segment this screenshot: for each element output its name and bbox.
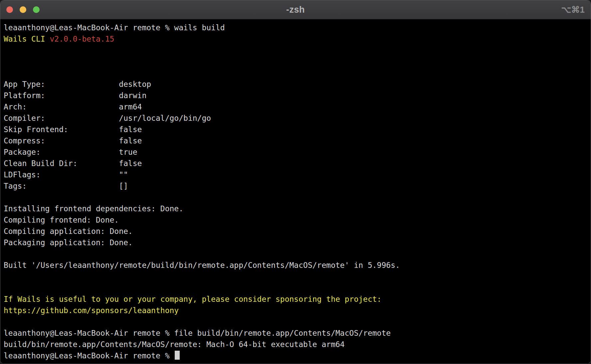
terminal-text: Wails CLI — [4, 35, 50, 43]
terminal-line — [4, 67, 587, 79]
traffic-lights — [6, 0, 40, 19]
terminal-text: Compress: false — [4, 136, 142, 145]
terminal-text: Packaging application: Done. — [4, 238, 133, 247]
terminal-line: leaanthony@Leas-MacBook-Air remote % fil… — [4, 327, 587, 339]
terminal-text: Compiling frontend: Done. — [4, 216, 119, 224]
terminal-text: Compiler: /usr/local/go/bin/go — [4, 114, 211, 122]
terminal-line: https://github.com/sponsors/leaanthony — [4, 305, 587, 316]
terminal-line — [4, 316, 587, 327]
terminal-line: Compiling frontend: Done. — [4, 214, 587, 226]
terminal-line: Platform: darwin — [4, 90, 587, 101]
terminal-text: App Type: desktop — [4, 80, 151, 89]
terminal-line: leaanthony@Leas-MacBook-Air remote % — [4, 350, 587, 361]
terminal-line: LDFlags: "" — [4, 169, 587, 180]
terminal-text: Installing frontend dependencies: Done. — [4, 204, 183, 213]
terminal-line — [4, 248, 587, 260]
terminal-line: Installing frontend dependencies: Done. — [4, 203, 587, 214]
terminal-line: Clean Build Dir: false — [4, 158, 587, 169]
terminal-cursor — [175, 351, 180, 360]
window-shortcut-badge: ⌥⌘1 — [561, 0, 585, 19]
minimize-button[interactable] — [20, 6, 26, 13]
terminal-text: leaanthony@Leas-MacBook-Air remote % — [4, 351, 174, 360]
terminal-line: Compress: false — [4, 135, 587, 146]
terminal-text: Arch: arm64 — [4, 102, 142, 111]
terminal-line: If Wails is useful to you or your compan… — [4, 293, 587, 305]
sponsor-url-link[interactable]: https://github.com/sponsors/leaanthony — [4, 306, 179, 315]
terminal-output[interactable]: leaanthony@Leas-MacBook-Air remote % wai… — [0, 19, 591, 364]
terminal-text: Skip Frontend: false — [4, 125, 142, 134]
terminal-line: Compiler: /usr/local/go/bin/go — [4, 112, 587, 124]
terminal-line: Wails CLI v2.0.0-beta.15 — [4, 33, 587, 45]
terminal-text: build/bin/remote.app/Contents/MacOS/remo… — [4, 340, 345, 349]
terminal-text: Platform: darwin — [4, 91, 146, 100]
zoom-button[interactable] — [33, 6, 40, 13]
terminal-text: Package: true — [4, 148, 137, 156]
titlebar[interactable]: -zsh ⌥⌘1 — [0, 0, 591, 19]
terminal-window: -zsh ⌥⌘1 leaanthony@Leas-MacBook-Air rem… — [0, 0, 591, 364]
terminal-text: leaanthony@Leas-MacBook-Air remote % fil… — [4, 329, 391, 337]
terminal-line — [4, 56, 587, 67]
terminal-text: Compiling application: Done. — [4, 227, 133, 236]
terminal-line: Skip Frontend: false — [4, 124, 587, 135]
terminal-text: Tags: [] — [4, 182, 128, 190]
terminal-line: leaanthony@Leas-MacBook-Air remote % wai… — [4, 22, 587, 33]
terminal-line: Packaging application: Done. — [4, 237, 587, 248]
close-button[interactable] — [6, 6, 13, 13]
terminal-text: LDFlags: "" — [4, 170, 128, 179]
terminal-text: v2.0.0-beta.15 — [50, 35, 114, 43]
terminal-line — [4, 282, 587, 293]
terminal-text: Built '/Users/leaanthony/remote/build/bi… — [4, 261, 400, 270]
terminal-line: Built '/Users/leaanthony/remote/build/bi… — [4, 260, 587, 271]
terminal-line: Tags: [] — [4, 180, 587, 192]
terminal-text: If Wails is useful to you or your compan… — [4, 295, 381, 303]
terminal-line: Package: true — [4, 146, 587, 158]
terminal-text: leaanthony@Leas-MacBook-Air remote % wai… — [4, 23, 225, 32]
terminal-line: Arch: arm64 — [4, 101, 587, 112]
terminal-text: Clean Build Dir: false — [4, 159, 142, 168]
terminal-line: App Type: desktop — [4, 79, 587, 90]
terminal-line: Compiling application: Done. — [4, 226, 587, 237]
window-title: -zsh — [286, 5, 305, 15]
terminal-line — [4, 192, 587, 203]
terminal-line — [4, 271, 587, 282]
terminal-line: build/bin/remote.app/Contents/MacOS/remo… — [4, 339, 587, 350]
terminal-line — [4, 45, 587, 56]
